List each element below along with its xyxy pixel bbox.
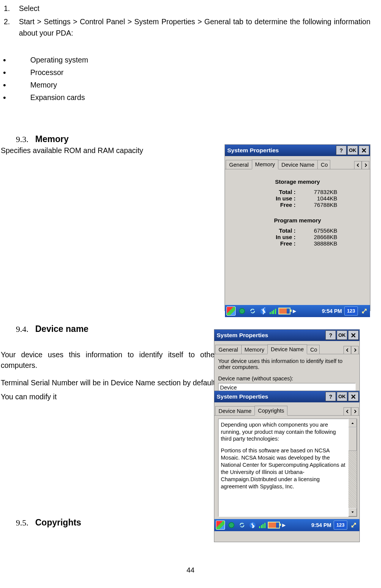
chevron-left-icon bbox=[346, 410, 349, 413]
tab-general[interactable]: General bbox=[226, 160, 252, 169]
bluetooth-icon[interactable] bbox=[248, 521, 257, 529]
value-storage-total: 77832KB bbox=[296, 189, 337, 195]
screenshot-memory: System Properties ? OK General Memory De… bbox=[225, 144, 370, 311]
input-mode-button[interactable]: 123 bbox=[344, 307, 358, 316]
tab-general[interactable]: General bbox=[215, 345, 242, 354]
help-button[interactable]: ? bbox=[336, 145, 347, 155]
svg-point-2 bbox=[229, 522, 234, 528]
window-titlebar: System Properties ? OK bbox=[214, 391, 359, 402]
globe-icon[interactable] bbox=[227, 521, 236, 529]
panel-text: Your device uses this information to ide… bbox=[218, 358, 356, 370]
taskbar: ▶ 9:54 PM 123 bbox=[225, 305, 370, 317]
clock[interactable]: 9:54 PM bbox=[322, 308, 342, 314]
tray-arrow-icon[interactable]: ▶ bbox=[282, 522, 286, 528]
tab-scroll-left-button[interactable] bbox=[344, 407, 351, 415]
list-item: Memory bbox=[1, 79, 370, 91]
window-titlebar: System Properties ? OK bbox=[225, 145, 370, 156]
section-number: 9.4. bbox=[16, 324, 28, 334]
label-free: Free : bbox=[258, 240, 296, 247]
page-number: 44 bbox=[0, 566, 381, 574]
chevron-right-icon bbox=[354, 348, 356, 352]
tab-device-name[interactable]: Device Name bbox=[267, 344, 307, 354]
window-title: System Properties bbox=[217, 393, 268, 400]
start-icon[interactable] bbox=[226, 307, 236, 316]
taskbar: ▶ 9:54 PM 123 bbox=[214, 519, 359, 531]
value-program-free: 38888KB bbox=[296, 240, 337, 247]
memory-panel: Storage memory Total :77832KB In use :10… bbox=[225, 169, 370, 305]
paragraph: Depending upon which components you are … bbox=[221, 421, 346, 443]
input-mode-button[interactable]: 123 bbox=[334, 521, 347, 530]
label-total: Total : bbox=[258, 227, 296, 234]
close-button[interactable] bbox=[348, 392, 359, 401]
ok-button[interactable]: OK bbox=[337, 392, 347, 401]
tab-memory[interactable]: Memory bbox=[241, 345, 268, 354]
bluetooth-icon[interactable] bbox=[259, 307, 267, 315]
list-item: 1. Select bbox=[1, 3, 370, 14]
help-button[interactable]: ? bbox=[325, 392, 336, 401]
chevron-up-icon bbox=[351, 422, 354, 424]
value-program-inuse: 28668KB bbox=[296, 234, 337, 240]
close-button[interactable] bbox=[348, 330, 359, 340]
scroll-down-button[interactable] bbox=[348, 508, 357, 516]
program-header: Program memory bbox=[233, 217, 362, 224]
tab-scroll-right-button[interactable] bbox=[351, 346, 359, 354]
tab-scroll-right-button[interactable] bbox=[362, 161, 369, 169]
value-storage-free: 76788KB bbox=[296, 202, 337, 208]
bullet-icon bbox=[1, 91, 30, 104]
list-marker: 1. bbox=[1, 3, 19, 14]
expand-icon[interactable] bbox=[350, 521, 358, 529]
chevron-down-icon bbox=[351, 511, 354, 513]
tab-device-name[interactable]: Device Name bbox=[278, 160, 318, 169]
close-icon bbox=[362, 148, 366, 153]
list-item: Expansion cards bbox=[1, 91, 370, 104]
close-icon bbox=[351, 333, 356, 338]
device-name-panel: Your device uses this information to ide… bbox=[214, 354, 359, 393]
paragraph: Terminal Serial Number will be in Device… bbox=[1, 376, 217, 404]
section-heading-memory: 9.3. Memory bbox=[16, 134, 370, 144]
storage-header: Storage memory bbox=[233, 178, 362, 185]
tab-overflow[interactable]: Co bbox=[307, 345, 320, 354]
list-item: Operating system bbox=[1, 54, 370, 66]
expand-icon[interactable] bbox=[360, 307, 369, 315]
tab-scroll-left-button[interactable] bbox=[344, 346, 351, 354]
tab-copyrights[interactable]: Copyrights bbox=[255, 406, 287, 416]
copyrights-textbox: Depending upon which components you are … bbox=[218, 419, 348, 517]
section-heading-copyrights: 9.5. Copyrights bbox=[16, 518, 217, 528]
paragraph: Portions of this software are based on N… bbox=[221, 447, 346, 490]
tab-device-name[interactable]: Device Name bbox=[215, 406, 255, 415]
sync-icon[interactable] bbox=[248, 307, 257, 315]
close-button[interactable] bbox=[359, 145, 369, 155]
label-inuse: In use : bbox=[258, 234, 296, 240]
globe-icon[interactable] bbox=[238, 307, 246, 315]
tab-strip: Device Name Copyrights bbox=[214, 402, 359, 416]
window-title: System Properties bbox=[227, 147, 279, 154]
tab-memory[interactable]: Memory bbox=[252, 160, 278, 169]
start-icon[interactable] bbox=[216, 521, 225, 530]
list-text: Memory bbox=[30, 80, 57, 91]
ok-button[interactable]: OK bbox=[337, 330, 347, 340]
section-heading-device-name: 9.4. Device name bbox=[16, 324, 217, 334]
list-text: Processor bbox=[30, 67, 64, 78]
scroll-up-button[interactable] bbox=[348, 419, 357, 427]
clock[interactable]: 9:54 PM bbox=[311, 522, 331, 528]
tray-arrow-icon[interactable]: ▶ bbox=[293, 308, 296, 314]
tab-scroll-left-button[interactable] bbox=[354, 161, 362, 169]
scroll-track[interactable] bbox=[348, 427, 357, 508]
value-program-total: 67556KB bbox=[296, 227, 337, 234]
tab-overflow[interactable]: Co bbox=[317, 160, 330, 169]
help-button[interactable]: ? bbox=[325, 330, 336, 340]
chevron-right-icon bbox=[354, 410, 356, 413]
scroll-thumb[interactable] bbox=[348, 427, 357, 451]
ok-button[interactable]: OK bbox=[347, 145, 358, 155]
chevron-right-icon bbox=[364, 163, 367, 167]
list-text: Start > Settings > Control Panel > Syste… bbox=[19, 16, 370, 39]
section-title: Copyrights bbox=[35, 518, 81, 528]
tab-scroll-right-button[interactable] bbox=[351, 407, 359, 415]
sync-icon[interactable] bbox=[238, 521, 246, 529]
scrollbar[interactable] bbox=[348, 419, 357, 517]
section-title: Device name bbox=[35, 324, 89, 334]
ordered-list: 1. Select 2. Start > Settings > Control … bbox=[1, 3, 370, 39]
tab-strip: General Memory Device Name Co bbox=[225, 156, 370, 169]
signal-icon bbox=[259, 522, 265, 528]
list-item: Processor bbox=[1, 66, 370, 79]
